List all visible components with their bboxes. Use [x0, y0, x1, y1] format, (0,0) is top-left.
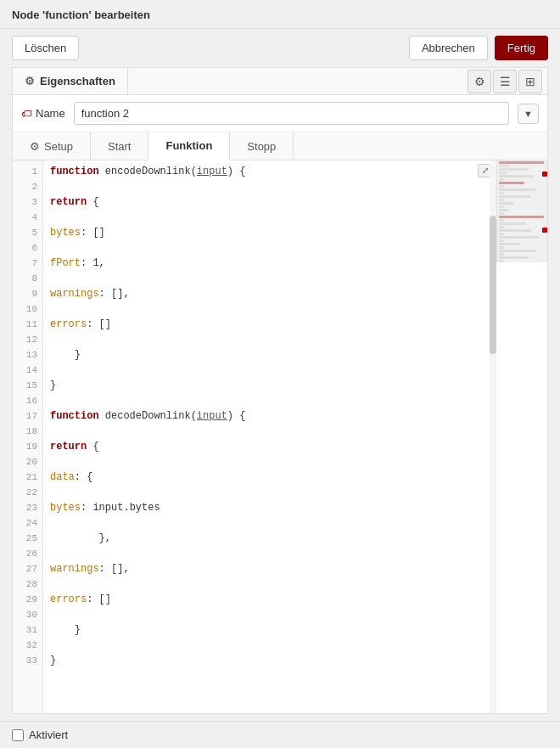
- line-number: 2: [13, 179, 42, 194]
- line-number: 27: [13, 561, 42, 576]
- dialog-title: Node 'function' bearbeiten: [12, 8, 150, 21]
- line-number: 10: [13, 301, 42, 317]
- line-number: 28: [13, 576, 42, 592]
- line-number: 26: [13, 546, 42, 561]
- code-editor[interactable]: 1234567891011121314151617181920212223242…: [13, 160, 547, 713]
- properties-tab[interactable]: ⚙ Eigenschaften: [13, 68, 128, 94]
- code-line: }: [50, 622, 547, 638]
- code-line: bytes: []: [50, 225, 547, 240]
- line-number: 8: [13, 271, 42, 286]
- code-line: [50, 301, 547, 317]
- code-line: fPort: 1,: [50, 256, 547, 271]
- line-numbers: 1234567891011121314151617181920212223242…: [13, 160, 43, 713]
- code-line: [50, 607, 547, 622]
- tab-funktion-label: Funktion: [165, 139, 212, 152]
- title-bar: Node 'function' bearbeiten: [0, 0, 560, 29]
- line-number: 33: [13, 653, 42, 668]
- activate-checkbox[interactable]: [12, 729, 24, 741]
- description-icon-btn[interactable]: ☰: [493, 70, 517, 93]
- line-number: 30: [13, 607, 42, 622]
- tabs-row: ⚙ Setup Start Funktion Stopp: [13, 132, 547, 160]
- line-number: 14: [13, 363, 42, 378]
- code-line: [50, 546, 547, 561]
- code-content[interactable]: function encodeDownlink(input) { return …: [43, 160, 547, 713]
- line-number: 29: [13, 592, 42, 607]
- panel-header-icons: ⚙ ☰ ⊞: [468, 68, 547, 94]
- line-number: 25: [13, 531, 42, 546]
- line-number: 18: [13, 424, 42, 439]
- code-line: [50, 454, 547, 470]
- code-line: [50, 424, 547, 439]
- line-number: 23: [13, 500, 42, 515]
- code-line: [50, 638, 547, 653]
- line-number: 24: [13, 515, 42, 531]
- tab-funktion[interactable]: Funktion: [148, 132, 230, 160]
- line-number: 12: [13, 332, 42, 347]
- code-line: [50, 240, 547, 256]
- code-line: }: [50, 347, 547, 363]
- line-number: 9: [13, 286, 42, 301]
- grid-icon-btn[interactable]: ⊞: [518, 70, 542, 93]
- properties-tab-label: Eigenschaften: [40, 75, 115, 87]
- name-label: 🏷 Name: [21, 107, 65, 120]
- code-line: [50, 179, 547, 194]
- tab-stopp-label: Stopp: [247, 140, 276, 153]
- line-number: 6: [13, 240, 42, 256]
- line-number: 31: [13, 622, 42, 638]
- name-input[interactable]: [74, 102, 509, 125]
- toolbar: Löschen Abbrechen Fertig: [0, 29, 560, 67]
- line-number: 3: [13, 194, 42, 210]
- name-dropdown[interactable]: ▼: [518, 104, 539, 124]
- line-number: 1: [13, 164, 42, 179]
- tab-setup-label: Setup: [44, 140, 73, 153]
- code-line: return {: [50, 439, 547, 454]
- minimap-content: [497, 161, 547, 262]
- done-button[interactable]: Fertig: [495, 36, 548, 60]
- line-number: 32: [13, 638, 42, 653]
- scrollbar-track[interactable]: [490, 160, 496, 713]
- scrollbar-thumb[interactable]: [490, 216, 496, 354]
- code-line: },: [50, 531, 547, 546]
- line-number: 11: [13, 317, 42, 332]
- settings-icon-btn[interactable]: ⚙: [468, 70, 491, 93]
- line-number: 20: [13, 454, 42, 470]
- line-number: 15: [13, 378, 42, 393]
- code-line: [50, 210, 547, 225]
- delete-button[interactable]: Löschen: [12, 36, 79, 60]
- line-number: 13: [13, 347, 42, 363]
- panel-header: ⚙ Eigenschaften ⚙ ☰ ⊞: [13, 68, 547, 95]
- code-line: return {: [50, 194, 547, 210]
- code-line: warnings: [],: [50, 561, 547, 576]
- tab-stopp[interactable]: Stopp: [230, 132, 294, 160]
- minimap: [496, 160, 547, 262]
- code-line: [50, 332, 547, 347]
- code-line: [50, 576, 547, 592]
- code-line: [50, 393, 547, 408]
- cancel-button[interactable]: Abbrechen: [409, 36, 488, 60]
- tag-icon: 🏷: [21, 108, 31, 120]
- name-field-label: Name: [36, 107, 65, 120]
- setup-gear-icon: ⚙: [30, 140, 40, 153]
- line-number: 22: [13, 485, 42, 500]
- main-container: Node 'function' bearbeiten Löschen Abbre…: [0, 0, 560, 748]
- tab-start[interactable]: Start: [91, 132, 148, 160]
- code-line: function encodeDownlink(input) {: [50, 164, 547, 179]
- line-number: 5: [13, 225, 42, 240]
- activate-label[interactable]: Aktiviert: [12, 728, 68, 741]
- bottom-bar: Aktiviert: [0, 721, 560, 748]
- activate-text: Aktiviert: [29, 728, 68, 741]
- code-line: function decodeDownlink(input) {: [50, 408, 547, 424]
- code-line: [50, 271, 547, 286]
- line-number: 21: [13, 470, 42, 485]
- code-line: [50, 485, 547, 500]
- btn-group-right: Abbrechen Fertig: [409, 36, 548, 60]
- line-number: 17: [13, 408, 42, 424]
- gear-icon: ⚙: [25, 75, 35, 87]
- code-line: warnings: [],: [50, 286, 547, 301]
- tab-start-label: Start: [108, 140, 131, 153]
- code-line: }: [50, 653, 547, 668]
- main-panel: ⚙ Eigenschaften ⚙ ☰ ⊞ 🏷 Name ▼ ⚙ Setup: [12, 67, 548, 714]
- tab-setup[interactable]: ⚙ Setup: [13, 132, 91, 160]
- line-number: 16: [13, 393, 42, 408]
- line-number: 19: [13, 439, 42, 454]
